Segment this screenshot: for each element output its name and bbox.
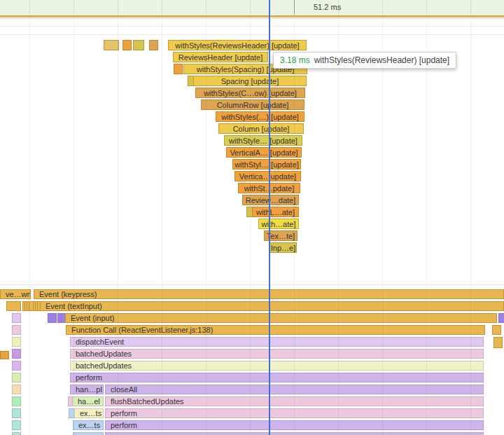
flame-bar[interactable] <box>12 313 21 323</box>
flame-bar-label: withL…ate] <box>256 208 295 216</box>
flame-bar[interactable]: batchedUpdates <box>70 349 484 359</box>
flame-bar[interactable]: withStyle… [update] <box>224 135 302 146</box>
flame-bar[interactable]: ve…wn) <box>0 289 31 299</box>
flame-bar[interactable] <box>12 361 21 371</box>
flame-bar[interactable] <box>12 373 21 382</box>
flame-bar[interactable] <box>73 432 104 435</box>
section-divider <box>0 284 504 285</box>
flame-bar-label: VerticalA… [update] <box>230 149 298 157</box>
flame-bar[interactable]: withStyles(C…ow) [update] <box>195 88 305 98</box>
flame-bar[interactable] <box>12 325 21 335</box>
flame-bar[interactable] <box>12 420 21 430</box>
flame-bar[interactable]: ex…ts <box>73 420 104 430</box>
flame-bar[interactable]: ReviewsHeader [update] <box>173 52 268 62</box>
flame-bar-label: dispatchEvent <box>76 338 124 346</box>
flame-bar[interactable]: withStyl… [update] <box>232 159 301 170</box>
flame-bar[interactable]: closeAll <box>105 385 484 394</box>
flame-bar-label: batchedUpdates <box>76 350 132 358</box>
flame-bar[interactable] <box>0 351 9 359</box>
flame-bar-label: Function Call (ReactEventListener.js:138… <box>71 326 213 334</box>
flame-bar[interactable]: perform <box>105 408 484 418</box>
flame-bar[interactable] <box>12 396 21 406</box>
flame-bar-label: withStyl… [update] <box>234 160 299 169</box>
timeline-ruler[interactable] <box>0 0 504 15</box>
tooltip-label: withStyles(ReviewsHeader) [update] <box>314 55 449 65</box>
flame-bar[interactable]: perform <box>105 420 484 430</box>
flame-bar[interactable]: Column [update] <box>218 123 304 134</box>
flame-bar[interactable]: Vertica…update] <box>234 171 301 181</box>
flame-bar[interactable]: Event (textInput) <box>40 301 504 311</box>
flame-bar-label: with…ate] <box>262 220 296 228</box>
flame-bar-label: ex…ts <box>80 409 102 417</box>
flame-bar[interactable]: batchedUpdates <box>70 361 484 371</box>
flame-bar-label: perform <box>111 421 137 429</box>
cpu-strip-line-thin <box>0 18 504 18</box>
flame-bar[interactable]: withStyles(…) [update] <box>216 111 304 122</box>
flame-bar[interactable] <box>6 301 21 311</box>
performance-flame-chart: 51.2 ms withStyles(ReviewsHeader) [updat… <box>0 0 504 435</box>
flame-bar-label: withStyle… [update] <box>229 137 298 145</box>
flame-bar[interactable]: ha…el <box>72 396 104 406</box>
flame-bar-label: ex…ts <box>78 421 100 429</box>
flame-bar-label: Review…date] <box>246 196 296 205</box>
flame-bar[interactable]: dispatchEvent <box>70 337 484 347</box>
flame-bar[interactable]: ex…ts <box>74 408 104 418</box>
flame-bar[interactable] <box>104 40 119 50</box>
ruler-time-label: 51.2 ms <box>314 3 341 11</box>
tooltip-duration: 3.18 ms <box>280 55 310 65</box>
flame-bar-label: Vertica…update] <box>239 172 296 181</box>
flame-bar[interactable]: han…pl <box>70 385 104 394</box>
flame-bar-label: Inp…e] <box>271 244 295 252</box>
flame-bar[interactable] <box>133 40 144 50</box>
flame-bar[interactable]: Function Call (ReactEventListener.js:138… <box>66 325 485 335</box>
flame-bar[interactable] <box>149 40 158 50</box>
flame-bar-label: Column [update] <box>233 125 290 133</box>
flame-bar-label: ColumnRow [update] <box>217 101 289 109</box>
flame-bar[interactable] <box>105 432 484 435</box>
track-divider <box>0 34 504 35</box>
flame-bar-label: Event (textInput) <box>46 302 102 310</box>
flame-bar[interactable]: ColumnRow [update] <box>201 99 304 110</box>
flame-bar-label: flushBatchedUpdates <box>111 397 184 406</box>
hover-tooltip: 3.18 ms withStyles(ReviewsHeader) [updat… <box>273 52 456 69</box>
flame-bar-label: ha…el <box>78 397 100 406</box>
flame-bar-label: Event (keypress) <box>39 290 97 298</box>
flame-bar[interactable]: Spacing [update] <box>193 76 307 86</box>
flame-bar[interactable] <box>498 313 504 323</box>
flame-bar[interactable]: Inp…e] <box>270 242 297 253</box>
flame-bar-label: ve…wn) <box>6 290 31 298</box>
flame-bar-label: han…pl <box>76 385 102 394</box>
gridline <box>29 18 30 435</box>
flame-bar-label: withStyles(…) [update] <box>221 113 299 121</box>
flame-bar[interactable] <box>493 337 503 348</box>
flame-bar[interactable]: VerticalA… [update] <box>226 147 302 158</box>
flame-bar[interactable]: withStyles(ReviewsHeader) [update] <box>168 40 307 50</box>
flame-bar-label: Event (input) <box>71 314 114 322</box>
flame-bar-label: batchedUpdates <box>76 361 132 370</box>
flame-bar[interactable]: flushBatchedUpdates <box>105 396 484 406</box>
flame-bar-label: ReviewsHeader [update] <box>178 53 262 62</box>
flame-bar[interactable] <box>12 432 21 435</box>
flame-bar-label: perform <box>111 409 137 417</box>
flame-bar-label: withStyles(ReviewsHeader) [update] <box>175 41 299 50</box>
flame-bar[interactable] <box>174 64 183 74</box>
flame-bar[interactable]: withL…ate] <box>252 207 299 217</box>
flame-bar-label: perform <box>76 373 102 382</box>
flame-bar[interactable] <box>12 349 21 359</box>
flame-bar[interactable]: Review…date] <box>242 195 299 205</box>
flame-bar[interactable] <box>48 313 57 323</box>
flame-bar-label: withStyles(C…ow) [update] <box>204 89 297 97</box>
flame-bar[interactable] <box>492 325 501 335</box>
flame-bar-label: Tex…te] <box>267 232 295 240</box>
cpu-strip-line <box>0 15 504 17</box>
flame-bar[interactable]: perform <box>70 373 484 382</box>
flame-bar[interactable] <box>12 408 21 418</box>
flame-bar[interactable] <box>12 385 21 394</box>
flame-bar[interactable] <box>122 40 132 50</box>
flame-bar[interactable]: with…ate] <box>258 219 299 229</box>
playhead-cursor-line <box>269 0 270 435</box>
flame-bar[interactable] <box>12 337 21 347</box>
flame-bar[interactable]: Event (input) <box>65 313 497 323</box>
flame-bar-label: closeAll <box>111 385 137 394</box>
track-divider <box>0 26 504 27</box>
